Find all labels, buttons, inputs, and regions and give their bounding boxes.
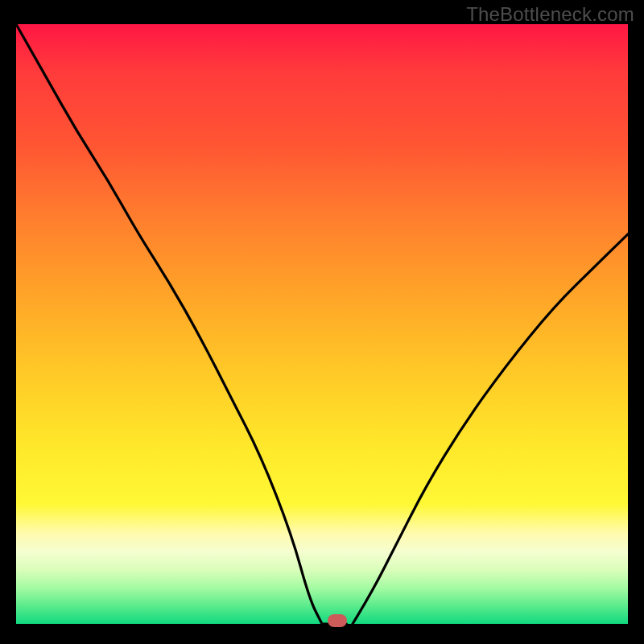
- watermark-text: TheBottleneck.com: [466, 3, 634, 26]
- curve-svg: [16, 24, 628, 624]
- plot-area: [16, 24, 628, 624]
- left-branch-path: [16, 24, 346, 624]
- chart-frame: TheBottleneck.com: [0, 0, 644, 644]
- right-branch-path: [353, 234, 628, 624]
- min-point-marker: [328, 614, 347, 627]
